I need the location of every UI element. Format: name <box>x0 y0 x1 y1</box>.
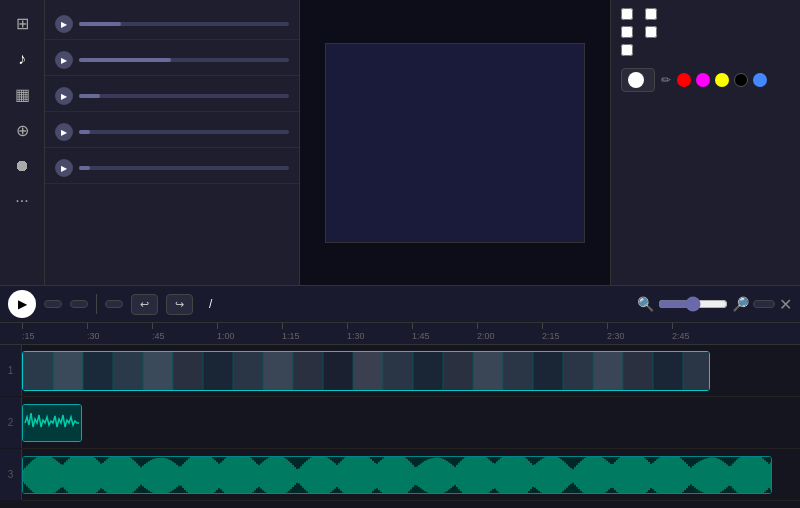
ruler-mark-115: 1:15 <box>282 323 300 341</box>
play-berlin[interactable]: ▶ <box>55 51 73 69</box>
ruler-mark-30: :30 <box>87 323 100 341</box>
ruler-mark-200: 2:00 <box>477 323 495 341</box>
zoom-area: 🔍 🔎 ✕ <box>228 295 792 314</box>
svg-rect-9 <box>203 352 233 391</box>
color-dot-white <box>628 72 644 88</box>
fit-to-screen-button[interactable] <box>753 300 775 308</box>
sidebar-item-more[interactable]: ··· <box>1 186 43 219</box>
close-button[interactable]: ✕ <box>779 295 792 314</box>
ruler-mark-100: 1:00 <box>217 323 235 341</box>
separator-1 <box>96 294 97 314</box>
split-button[interactable] <box>105 300 123 308</box>
svg-rect-24 <box>653 352 683 391</box>
color-preset-pink[interactable] <box>696 73 710 87</box>
preview-canvas <box>325 43 585 243</box>
bottom-checkbox-label[interactable] <box>645 8 661 20</box>
play-pipo[interactable]: ▶ <box>55 159 73 177</box>
play-ambisax[interactable]: ▶ <box>55 15 73 33</box>
padding-section <box>621 8 790 56</box>
svg-rect-11 <box>263 352 293 391</box>
video-frames-svg <box>23 352 709 391</box>
audio-track-ambisax[interactable]: ▶ <box>45 4 299 40</box>
svg-rect-21 <box>563 352 593 391</box>
timeline-area[interactable]: :15 :30 :45 1:00 1:15 1:30 1:45 2:00 <box>0 323 800 508</box>
track-bar-palmtrees <box>79 94 289 98</box>
sidebar-item-plugins[interactable]: ⊕ <box>1 115 43 149</box>
svg-rect-14 <box>353 352 383 391</box>
ruler-mark-45: :45 <box>152 323 165 341</box>
audio-waveform-full[interactable]: const path = document.getElementById('wa… <box>22 456 772 494</box>
preview-area <box>300 0 610 285</box>
audio-panel: ▶ ▶ <box>45 0 300 285</box>
play-main-button[interactable]: ▶ <box>8 290 36 318</box>
minus5-button[interactable] <box>44 300 62 308</box>
video-segment[interactable] <box>22 351 710 391</box>
remove-padding-label[interactable] <box>621 44 637 56</box>
track-2-content[interactable] <box>22 397 82 449</box>
sidebar-item-elements[interactable]: ⊞ <box>1 8 43 42</box>
sidebar-item-scenes[interactable]: ▦ <box>1 79 43 113</box>
color-preset-blue[interactable] <box>753 73 767 87</box>
audio-track-palmtrees[interactable]: ▶ <box>45 76 299 112</box>
more-icon: ··· <box>15 192 28 210</box>
svg-rect-16 <box>413 352 443 391</box>
track-number-3: 3 <box>0 449 22 500</box>
ruler-mark-230: 2:30 <box>607 323 625 341</box>
svg-rect-13 <box>323 352 353 391</box>
plus5-button[interactable] <box>70 300 88 308</box>
background-color-section: ✏ <box>621 68 790 92</box>
ruler-mark-130: 1:30 <box>347 323 365 341</box>
track-row-3: 3 const path = document.getElementById('… <box>22 449 800 501</box>
plugins-icon: ⊕ <box>16 121 29 140</box>
bottom-checkbox[interactable] <box>645 8 657 20</box>
svg-rect-5 <box>83 352 113 391</box>
pencil-icon[interactable]: ✏ <box>661 73 671 87</box>
svg-rect-23 <box>623 352 653 391</box>
audio-track-easy[interactable]: ▶ <box>45 112 299 148</box>
audio-clip-small[interactable] <box>22 404 82 442</box>
ruler-mark-215: 2:15 <box>542 323 560 341</box>
remove-padding-checkbox[interactable] <box>621 44 633 56</box>
record-icon: ⏺ <box>14 157 30 175</box>
left-checkbox-label[interactable] <box>621 26 637 38</box>
svg-rect-6 <box>113 352 143 391</box>
color-preset-yellow[interactable] <box>715 73 729 87</box>
color-preset-red[interactable] <box>677 73 691 87</box>
undo-button[interactable]: ↩ <box>131 294 158 315</box>
svg-rect-12 <box>293 352 323 391</box>
zoom-out-icon[interactable]: 🔍 <box>637 296 654 312</box>
track-3-content[interactable]: const path = document.getElementById('wa… <box>22 449 782 501</box>
zoom-slider[interactable] <box>658 296 728 312</box>
audio-track-pipo[interactable]: ▶ <box>45 148 299 184</box>
track-row-1: 1 <box>22 345 800 397</box>
track-number-1: 1 <box>0 345 22 396</box>
svg-rect-18 <box>473 352 503 391</box>
color-preset-black[interactable] <box>734 73 748 87</box>
svg-rect-20 <box>533 352 563 391</box>
ruler-marks-container: :15 :30 :45 1:00 1:15 1:30 1:45 2:00 <box>22 323 782 345</box>
audio-track-berlin[interactable]: ▶ <box>45 40 299 76</box>
play-palmtrees[interactable]: ▶ <box>55 87 73 105</box>
color-swatch[interactable] <box>621 68 655 92</box>
time-display: / <box>209 297 212 311</box>
svg-rect-4 <box>53 352 83 391</box>
timeline-ruler: :15 :30 :45 1:00 1:15 1:30 1:45 2:00 <box>0 323 800 345</box>
svg-rect-15 <box>383 352 413 391</box>
play-easy[interactable]: ▶ <box>55 123 73 141</box>
track-1-content[interactable] <box>22 345 782 397</box>
sidebar-item-audio[interactable]: ♪ <box>1 44 43 77</box>
top-checkbox[interactable] <box>621 8 633 20</box>
redo-button[interactable]: ↪ <box>166 294 193 315</box>
timeline-toolbar: ▶ ↩ ↪ / 🔍 🔎 ✕ <box>0 285 800 323</box>
scenes-icon: ▦ <box>15 85 30 104</box>
svg-rect-3 <box>23 352 53 391</box>
svg-rect-17 <box>443 352 473 391</box>
right-checkbox[interactable] <box>645 26 657 38</box>
track-bar-pipo <box>79 166 289 170</box>
right-checkbox-label[interactable] <box>645 26 661 38</box>
sidebar-item-record[interactable]: ⏺ <box>1 151 43 184</box>
full-waveform-svg: const path = document.getElementById('wa… <box>23 457 772 494</box>
top-checkbox-label[interactable] <box>621 8 637 20</box>
left-checkbox[interactable] <box>621 26 633 38</box>
zoom-in-icon[interactable]: 🔎 <box>732 296 749 312</box>
